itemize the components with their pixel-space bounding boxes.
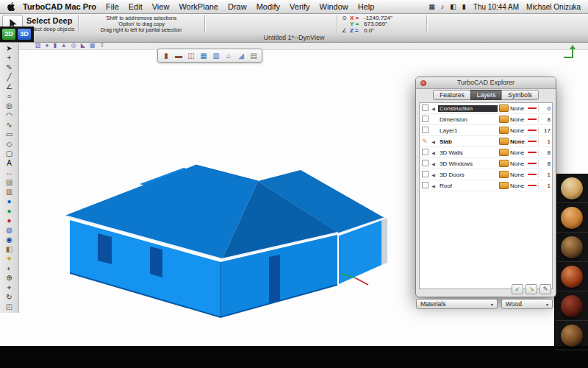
view-cube-tool-icon[interactable]: ◰ xyxy=(1,302,18,311)
copy-to-layer-button[interactable]: ↘ xyxy=(526,284,537,294)
view-orientation-widget[interactable] xyxy=(562,44,579,60)
pan-tool-icon[interactable]: ⌖ xyxy=(1,283,18,292)
menu-modify[interactable]: Modify xyxy=(257,2,280,11)
line-tool-icon[interactable]: ╱ xyxy=(1,72,18,82)
close-button[interactable] xyxy=(420,80,426,86)
orbit-tool-icon[interactable]: ↻ xyxy=(1,292,18,302)
sphere-green-tool-icon[interactable]: ● xyxy=(1,206,18,216)
menu-draw[interactable]: Draw xyxy=(228,2,247,11)
rounded-rectangle-tool-icon[interactable]: ▢ xyxy=(1,149,18,158)
material-swatch-teak[interactable] xyxy=(555,321,588,350)
hatch-tool-icon[interactable]: ▨ xyxy=(1,177,18,187)
material-swatch-walnut[interactable] xyxy=(555,233,588,262)
polygon-tool-icon[interactable]: ◇ xyxy=(1,139,18,149)
window-grid-tool-icon[interactable]: ▥ xyxy=(211,51,221,60)
window-opening-1[interactable] xyxy=(98,233,112,264)
menu-edit[interactable]: Edit xyxy=(129,2,143,11)
volume-icon[interactable]: ♪ xyxy=(441,3,445,10)
layer-render-icon[interactable]: ◀ xyxy=(430,161,437,166)
layer-visible-checkbox[interactable] xyxy=(422,149,429,155)
pen-style-chip[interactable] xyxy=(499,149,509,156)
mode-2d-button[interactable]: 2D xyxy=(2,29,15,40)
menubar-user[interactable]: Michael Onizuka xyxy=(526,3,581,11)
text-tool-icon[interactable]: A xyxy=(1,158,18,168)
pen-style-chip[interactable] xyxy=(499,105,509,112)
material-swatch-honey-maple[interactable] xyxy=(555,203,588,233)
layer-render-icon[interactable]: ◀ xyxy=(430,172,437,177)
sphere-blue-tool-icon[interactable]: ● xyxy=(1,197,18,206)
app-name[interactable]: TurboCAD Mac Pro xyxy=(23,2,96,11)
layer-row-construction[interactable]: ◀ConstructionNone0 xyxy=(420,103,552,114)
layer-row-layer1[interactable]: Layer1None17 xyxy=(420,125,552,136)
material-brush-tool-icon[interactable]: ◧ xyxy=(1,244,18,254)
3d-torus-icon[interactable]: ◎ xyxy=(71,42,76,49)
wall-chain-tool-icon[interactable]: ▬ xyxy=(173,51,184,60)
dimension-tool-icon[interactable]: ↔ xyxy=(1,168,18,177)
3d-mesh-icon[interactable]: ▦ xyxy=(90,42,96,49)
layer-visible-checkbox[interactable] xyxy=(422,182,429,188)
camera-tool-icon[interactable]: ◐ xyxy=(1,263,18,273)
material-swatch-light-oak[interactable] xyxy=(555,174,588,203)
pen-style-chip[interactable] xyxy=(499,127,509,134)
slab-tool-icon[interactable]: ◢ xyxy=(236,51,246,60)
concentric-circle-tool-icon[interactable]: ◎ xyxy=(1,101,18,110)
layer-row-3d-windows[interactable]: ◀3D WindowsNone8 xyxy=(420,158,552,169)
pen-style-chip[interactable] xyxy=(499,116,509,123)
layer-visible-checkbox[interactable] xyxy=(422,127,429,133)
material-swatch-dark-cherry[interactable] xyxy=(555,291,588,321)
window-tool-icon[interactable]: ▦ xyxy=(198,51,209,60)
material-type-dropdown[interactable]: Wood ▾ xyxy=(501,299,553,309)
menu-help[interactable]: Help xyxy=(358,2,375,11)
layer-row-3d-walls[interactable]: ◀3D WallsNone8 xyxy=(420,147,552,158)
layer-visible-checkbox[interactable] xyxy=(422,105,429,111)
battery-icon[interactable]: ▮ xyxy=(462,3,466,10)
pen-style-chip[interactable] xyxy=(499,138,509,145)
3d-wedge-icon[interactable]: ◣ xyxy=(81,42,85,49)
rectangle-tool-icon[interactable]: ▭ xyxy=(1,130,18,139)
globe-tool-icon[interactable]: ◉ xyxy=(1,235,18,244)
3d-cone-icon[interactable]: ▲ xyxy=(61,42,67,49)
sphere-red-tool-icon[interactable]: ● xyxy=(1,216,18,225)
tab-features[interactable]: Features xyxy=(433,90,471,100)
menu-workplane[interactable]: WorkPlane xyxy=(179,2,218,11)
layer-row-slab[interactable]: ✎◀SlabNone1 xyxy=(420,136,552,147)
zoom-tool-icon[interactable]: ⊕ xyxy=(1,273,18,283)
pen-style-chip[interactable] xyxy=(499,182,509,189)
stair-tool-icon[interactable]: ▤ xyxy=(248,51,259,60)
arc-tool-icon[interactable]: ◠ xyxy=(1,110,18,120)
crosshair-tool-icon[interactable]: + xyxy=(1,53,18,63)
layer-render-icon[interactable]: ◀ xyxy=(430,150,437,155)
layer-visible-checkbox[interactable] xyxy=(422,171,429,177)
displays-icon[interactable]: ▦ xyxy=(429,3,435,10)
material-swatch-mahogany[interactable] xyxy=(555,262,588,291)
circle-tool-icon[interactable]: ○ xyxy=(1,91,18,101)
document-title-bar[interactable]: Untitled 1*--DynView xyxy=(0,34,588,43)
torus-tool-icon[interactable]: ◍ xyxy=(1,225,18,235)
3d-box-icon[interactable]: ▧ xyxy=(35,42,41,49)
apple-menu-icon[interactable] xyxy=(7,2,15,11)
layer-visible-checkbox[interactable] xyxy=(422,160,429,166)
layer-render-icon[interactable]: ◀ xyxy=(430,139,437,144)
wall-tool-icon[interactable]: ▮ xyxy=(161,51,171,60)
tab-layers[interactable]: Layers xyxy=(470,90,503,100)
layer-row-roof[interactable]: ◀RoofNone1 xyxy=(420,180,552,191)
menu-verify[interactable]: Verify xyxy=(290,2,310,11)
pen-style-chip[interactable] xyxy=(499,160,509,167)
polyline-tool-icon[interactable]: ∠ xyxy=(1,82,18,91)
window-opening-2[interactable] xyxy=(150,247,162,277)
wall-tool-icon[interactable]: ▥ xyxy=(1,187,18,197)
menu-view[interactable]: View xyxy=(152,2,170,11)
explorer-title-bar[interactable]: TurboCAD Explorer xyxy=(416,77,556,89)
tab-symbols[interactable]: Symbols xyxy=(501,90,539,100)
mode-3d-button[interactable]: 3D xyxy=(18,29,31,40)
pen-tool-icon[interactable]: ✎ xyxy=(1,63,18,72)
layer-visible-checkbox[interactable] xyxy=(422,116,429,122)
spline-tool-icon[interactable]: ∿ xyxy=(1,120,18,130)
roof-tool-icon[interactable]: ⌂ xyxy=(223,51,234,60)
materials-category-dropdown[interactable]: Materials ▾ xyxy=(416,299,498,309)
send-to-layer-button[interactable]: ↙ xyxy=(512,284,523,294)
layer-row-3d-doors[interactable]: ◀3D DoorsNone1 xyxy=(420,169,552,180)
select-arrow-tool-icon[interactable]: ➤ xyxy=(1,43,18,53)
edit-layers-button[interactable]: ✎ xyxy=(539,284,551,294)
3d-sphere-icon[interactable]: ● xyxy=(46,42,49,49)
